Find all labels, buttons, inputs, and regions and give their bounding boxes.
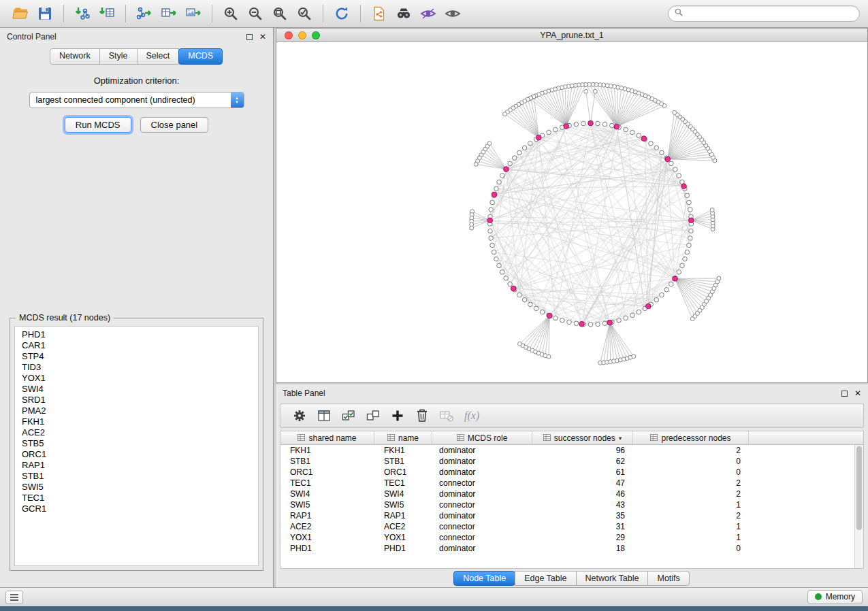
mcds-result-item[interactable]: CAR1 bbox=[15, 340, 258, 351]
check-none-icon[interactable] bbox=[362, 406, 384, 425]
column-header-MCDS-role[interactable]: MCDS role bbox=[432, 431, 532, 444]
tab-node-table[interactable]: Node Table bbox=[453, 571, 515, 586]
binoculars-icon[interactable] bbox=[391, 3, 416, 24]
table-cell: TEC1 bbox=[374, 478, 432, 489]
mcds-result-item[interactable]: GCR1 bbox=[15, 503, 258, 514]
export-network-icon[interactable] bbox=[132, 3, 157, 24]
tab-style[interactable]: Style bbox=[99, 48, 138, 65]
run-mcds-button[interactable]: Run MCDS bbox=[65, 117, 131, 133]
columns-icon[interactable] bbox=[313, 406, 335, 425]
table-cell: 29 bbox=[532, 532, 633, 543]
table-cell: RAP1 bbox=[374, 510, 432, 521]
table-panel-float-button[interactable] bbox=[841, 391, 848, 397]
control-panel-float-button[interactable] bbox=[246, 34, 253, 40]
zoom-selected-icon[interactable] bbox=[292, 3, 317, 24]
function-builder-icon[interactable]: f(x) bbox=[460, 410, 483, 422]
gear-icon[interactable] bbox=[289, 406, 310, 425]
column-header-successor-nodes[interactable]: successor nodes▾ bbox=[532, 431, 633, 444]
plus-icon[interactable] bbox=[387, 406, 408, 425]
mcds-result-item[interactable]: ORC1 bbox=[15, 449, 258, 460]
mcds-result-item[interactable]: SRD1 bbox=[15, 395, 258, 406]
tab-network-table[interactable]: Network Table bbox=[576, 571, 649, 586]
application-window: Control Panel ✕ NetworkStyleSelectMCDS O… bbox=[0, 0, 868, 606]
table-cell: PHD1 bbox=[280, 543, 374, 554]
mcds-result-item[interactable]: SWI5 bbox=[15, 482, 258, 493]
trash-icon[interactable] bbox=[411, 406, 433, 425]
mcds-result-item[interactable]: SWI4 bbox=[15, 384, 258, 395]
network-window-title: YPA_prune.txt_1 bbox=[276, 31, 867, 40]
toolbar-search[interactable] bbox=[668, 5, 860, 22]
panel-menu-button[interactable] bbox=[5, 591, 23, 604]
tab-select[interactable]: Select bbox=[137, 48, 180, 65]
table-row[interactable]: SWI4SWI4dominator462 bbox=[280, 489, 854, 499]
table-vertical-scrollbar[interactable] bbox=[854, 445, 863, 568]
toolbar-separator bbox=[212, 5, 212, 22]
purple-eye-icon[interactable] bbox=[416, 3, 440, 24]
table-row[interactable]: RAP1RAP1dominator352 bbox=[280, 510, 854, 521]
table-cell: ACE2 bbox=[374, 521, 432, 532]
memory-button[interactable]: Memory bbox=[807, 590, 863, 604]
table-cell-filler bbox=[749, 489, 854, 499]
mcds-result-item[interactable]: RAP1 bbox=[15, 460, 258, 471]
mcds-result-item[interactable]: STB1 bbox=[15, 471, 258, 482]
document-share-icon[interactable] bbox=[367, 3, 391, 24]
export-table-icon[interactable] bbox=[157, 3, 181, 24]
main-content: Control Panel ✕ NetworkStyleSelectMCDS O… bbox=[0, 28, 868, 587]
zoom-out-icon[interactable] bbox=[243, 3, 268, 24]
import-table-icon[interactable] bbox=[95, 3, 119, 24]
table-panel-close-button[interactable]: ✕ bbox=[854, 389, 861, 398]
table-row[interactable]: ORC1ORC1dominator610 bbox=[280, 467, 854, 478]
table-row[interactable]: SWI5SWI5connector431 bbox=[280, 499, 854, 510]
toolbar-separator bbox=[323, 5, 323, 22]
table-cell-filler bbox=[749, 510, 854, 521]
column-header-name[interactable]: name bbox=[374, 431, 432, 444]
table-row[interactable]: FKH1FKH1dominator962 bbox=[280, 445, 854, 456]
table-cell-filler bbox=[749, 499, 854, 510]
eye-icon[interactable] bbox=[440, 3, 465, 24]
export-image-icon[interactable] bbox=[181, 3, 206, 24]
table-cell-filler bbox=[749, 467, 854, 478]
control-panel-close-button[interactable]: ✕ bbox=[259, 32, 266, 42]
table-cell: 2 bbox=[633, 510, 749, 521]
table-row[interactable]: YOX1YOX1connector291 bbox=[280, 532, 854, 543]
column-header-shared-name[interactable]: shared name bbox=[280, 431, 374, 444]
table-cell: 0 bbox=[633, 456, 749, 467]
close-mcds-panel-button[interactable]: Close panel bbox=[140, 117, 209, 133]
toolbar-search-input[interactable] bbox=[687, 9, 854, 18]
tab-motifs[interactable]: Motifs bbox=[647, 571, 689, 586]
control-panel-tabs: NetworkStyleSelectMCDS bbox=[0, 46, 273, 65]
save-icon[interactable] bbox=[33, 3, 57, 24]
table-cell: dominator bbox=[432, 543, 532, 554]
table-row[interactable]: ACE2ACE2connector311 bbox=[280, 521, 854, 532]
clear-disabled-icon[interactable] bbox=[436, 406, 457, 425]
dropdown-stepper-icon[interactable]: ▲▼ bbox=[231, 93, 244, 108]
tab-edge-table[interactable]: Edge Table bbox=[515, 571, 576, 586]
table-row[interactable]: STB1STB1dominator620 bbox=[280, 456, 854, 467]
zoom-in-icon[interactable] bbox=[219, 3, 243, 24]
mcds-result-item[interactable]: YOX1 bbox=[15, 373, 258, 384]
mcds-result-item[interactable]: FKH1 bbox=[15, 416, 258, 427]
zoom-fit-icon[interactable] bbox=[268, 3, 292, 24]
table-row[interactable]: TEC1TEC1connector472 bbox=[280, 478, 854, 489]
mcds-result-item[interactable]: PMA2 bbox=[15, 406, 258, 416]
column-header-predecessor-nodes[interactable]: predecessor nodes bbox=[633, 431, 749, 444]
table-row[interactable]: PHD1PHD1dominator180 bbox=[280, 543, 854, 554]
refresh-icon[interactable] bbox=[329, 3, 354, 24]
mcds-result-item[interactable]: ACE2 bbox=[15, 427, 258, 438]
import-network-icon[interactable] bbox=[70, 3, 95, 24]
tab-mcds[interactable]: MCDS bbox=[178, 48, 223, 65]
open-folder-icon[interactable] bbox=[8, 3, 33, 24]
mcds-result-item[interactable]: PHD1 bbox=[15, 329, 258, 340]
mcds-result-item[interactable]: STB5 bbox=[15, 438, 258, 449]
mcds-result-item[interactable]: TID3 bbox=[15, 362, 258, 373]
tab-network[interactable]: Network bbox=[50, 48, 100, 65]
scrollbar-thumb[interactable] bbox=[856, 446, 862, 530]
optimization-criterion-select[interactable]: largest connected component (undirected)… bbox=[29, 92, 244, 108]
mcds-result-item[interactable]: STP4 bbox=[15, 351, 258, 362]
mcds-result-list[interactable]: PHD1CAR1STP4TID3YOX1SWI4SRD1PMA2FKH1ACE2… bbox=[14, 326, 259, 566]
network-canvas[interactable] bbox=[276, 42, 867, 382]
table-cell: 2 bbox=[633, 445, 749, 456]
mcds-result-item[interactable]: TEC1 bbox=[15, 493, 258, 503]
status-bar: Memory bbox=[0, 587, 868, 606]
check-all-icon[interactable] bbox=[338, 406, 359, 425]
